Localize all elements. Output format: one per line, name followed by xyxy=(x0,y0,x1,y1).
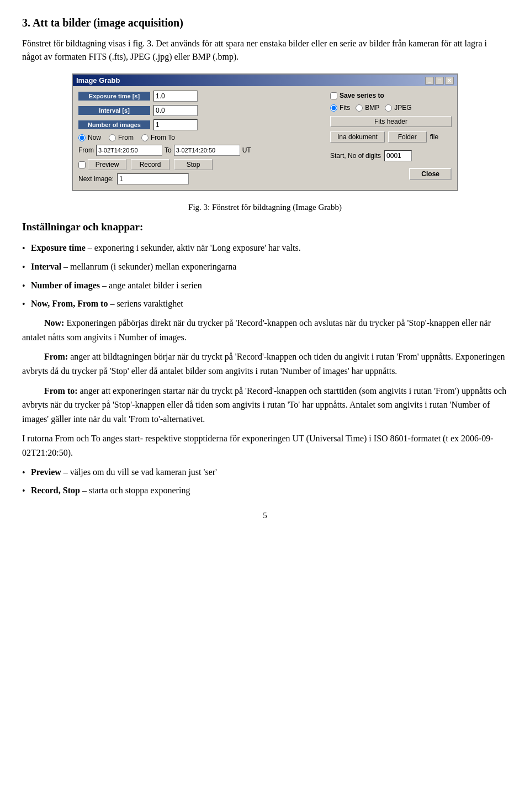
interval-bullet-item: • Interval – mellanrum (i sekunder) mell… xyxy=(22,260,508,275)
now-label: Now xyxy=(88,134,101,141)
from-explanation-para: From: anger att bildtagningen börjar när… xyxy=(22,350,508,378)
titlebar-buttons: _ □ ✕ xyxy=(425,77,454,85)
from-datetime-label: From xyxy=(78,146,94,154)
stop-button[interactable]: Stop xyxy=(174,159,213,170)
interval-row: Interval [s] xyxy=(78,105,325,116)
record-button[interactable]: Record xyxy=(131,159,169,170)
now-explanation-text: Exponeringen påbörjas direkt när du tryc… xyxy=(22,318,491,342)
now-radio[interactable] xyxy=(78,134,86,141)
now-from-bullet-item: • Now, From, From to – seriens varaktigh… xyxy=(22,297,508,312)
exposure-bullet-strong: Exposure time xyxy=(31,243,86,252)
format-radio-group: Fits BMP JPEG xyxy=(330,104,452,112)
page-heading: 3. Att ta bilder (image acquisition) xyxy=(22,17,508,29)
intro-paragraph: Fönstret för bildtagning visas i fig. 3.… xyxy=(22,37,508,64)
num-images-input[interactable] xyxy=(153,119,198,130)
record-stop-bullet-desc: – starta och stoppa exponering xyxy=(82,486,190,495)
from-to-datetime-row: From To UT xyxy=(78,145,325,156)
from-to-explanation-para: From to: anger att exponeringen startar … xyxy=(22,384,508,426)
interval-bullet-text: Interval – mellanrum (i sekunder) mellan… xyxy=(31,260,236,274)
close-window-button[interactable]: ✕ xyxy=(445,77,454,85)
save-series-label: Save series to xyxy=(340,92,384,99)
to-datetime-input[interactable] xyxy=(174,145,240,156)
preview-bullet-item: • Preview – väljes om du vill se vad kam… xyxy=(22,466,508,480)
folder-button[interactable]: Folder xyxy=(388,131,427,143)
exposure-bullet-item: • Exposure time – exponering i sekunder,… xyxy=(22,241,508,256)
fits-header-button[interactable]: Fits header xyxy=(330,116,452,127)
from-radio[interactable] xyxy=(109,134,116,141)
fits-radio[interactable] xyxy=(330,104,337,112)
next-image-row: Next image: xyxy=(78,173,325,184)
preview-bullet-strong: Preview xyxy=(31,467,61,477)
interval-label: Interval [s] xyxy=(78,106,150,115)
from-to-explanation-label: From to: xyxy=(44,386,78,396)
num-images-bullet-strong: Number of images xyxy=(31,281,100,290)
exposure-input[interactable] xyxy=(153,91,198,102)
bmp-radio-label[interactable]: BMP xyxy=(356,104,379,112)
from-to-explanation-text: anger att exponeringen startar när du tr… xyxy=(22,386,506,424)
bullet-dot-now-from: • xyxy=(22,298,31,312)
interval-input[interactable] xyxy=(153,105,198,116)
num-images-bullet-text: Number of images – ange antalet bilder i… xyxy=(31,279,202,293)
exposure-label: Exposure time [s] xyxy=(78,92,150,101)
from-datetime-input[interactable] xyxy=(96,145,162,156)
fits-label: Fits xyxy=(340,104,350,112)
from-explanation-label: From: xyxy=(44,352,68,361)
preview-button[interactable]: Preview xyxy=(88,159,126,170)
next-image-input[interactable] xyxy=(117,173,189,184)
page-number: 5 xyxy=(22,509,508,522)
from-radio-label[interactable]: From xyxy=(109,134,134,141)
from-to-label: From To xyxy=(151,134,175,141)
num-images-label: Number of images xyxy=(78,120,150,129)
now-explanation-label: Now: xyxy=(44,318,64,328)
ut-label: UT xyxy=(242,146,251,154)
bullet-dot-record-stop: • xyxy=(22,484,31,498)
now-radio-label[interactable]: Now xyxy=(78,134,101,141)
exposure-bullet-text: Exposure time – exponering i sekunder, a… xyxy=(31,241,301,255)
interval-bullet-desc: – mellanrum (i sekunder) mellan exponeri… xyxy=(63,262,236,271)
start-digits-label: Start, No of digits xyxy=(330,152,381,160)
bmp-label: BMP xyxy=(365,104,379,112)
preview-checkbox[interactable] xyxy=(78,161,86,168)
window-title: Image Grabb xyxy=(76,76,120,85)
preview-checkbox-label[interactable]: Preview xyxy=(78,159,126,170)
window-titlebar: Image Grabb _ □ ✕ xyxy=(73,75,457,86)
record-stop-bullet-text: Record, Stop – starta och stoppa exponer… xyxy=(31,484,190,498)
exposure-bullet-desc: – exponering i sekunder, aktiv när 'Long… xyxy=(88,243,301,252)
now-from-bullet-text: Now, From, From to – seriens varaktighet xyxy=(31,297,183,311)
folder-row: Ina dokument Folder file xyxy=(330,131,452,143)
bullet-dot-preview: • xyxy=(22,466,31,480)
jpeg-radio[interactable] xyxy=(385,104,392,112)
from-to-radio[interactable] xyxy=(141,134,149,141)
start-digits-row: Start, No of digits xyxy=(330,150,452,161)
fig-caption: Fig. 3: Fönstret för bildtagning (Image … xyxy=(22,201,508,214)
save-series-row: Save series to xyxy=(330,92,452,99)
jpeg-radio-label[interactable]: JPEG xyxy=(385,104,411,112)
fits-radio-label[interactable]: Fits xyxy=(330,104,350,112)
close-button[interactable]: Close xyxy=(409,168,452,180)
save-series-checkbox[interactable] xyxy=(330,92,337,99)
num-images-row: Number of images xyxy=(78,119,325,130)
exposure-row: Exposure time [s] xyxy=(78,91,325,102)
image-grabb-window: Image Grabb _ □ ✕ Exposure time [s] Inte… xyxy=(72,73,458,191)
next-image-label: Next image: xyxy=(78,175,114,183)
minimize-button[interactable]: _ xyxy=(425,77,434,85)
ina-dokument-button[interactable]: Ina dokument xyxy=(330,131,385,143)
file-label: file xyxy=(430,133,438,141)
action-buttons-row: Preview Record Stop xyxy=(78,159,325,170)
now-from-bullet-desc: – seriens varaktighet xyxy=(110,299,183,308)
to-datetime-label: To xyxy=(165,146,172,154)
right-side: Save series to Fits BMP JPEG xyxy=(330,91,452,184)
settings-heading: Inställningar och knappar: xyxy=(22,219,508,235)
preview-bullet-text: Preview – väljes om du vill se vad kamer… xyxy=(31,466,217,479)
from-explanation-text: anger att bildtagningen börjar när du tr… xyxy=(22,352,505,376)
preview-bullet-desc: – väljes om du vill se vad kameran just … xyxy=(63,467,217,477)
interval-bullet-strong: Interval xyxy=(31,262,61,271)
from-to-radio-label[interactable]: From To xyxy=(141,134,175,141)
save-series-checkbox-label[interactable]: Save series to xyxy=(330,92,384,99)
window-body: Exposure time [s] Interval [s] Number of… xyxy=(73,86,457,190)
bmp-radio[interactable] xyxy=(356,104,363,112)
start-digits-input[interactable] xyxy=(384,150,412,161)
from-label: From xyxy=(118,134,134,141)
record-stop-bullet-strong: Record, Stop xyxy=(31,486,80,495)
maximize-button[interactable]: □ xyxy=(435,77,444,85)
